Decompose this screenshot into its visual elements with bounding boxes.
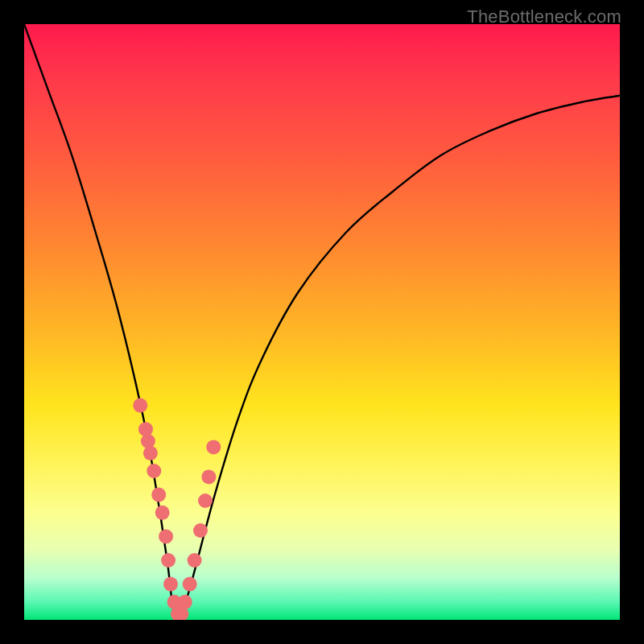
plot-area	[24, 24, 620, 620]
marker-dot	[161, 553, 175, 568]
marker-dot	[163, 577, 178, 592]
marker-dot	[143, 446, 158, 460]
marker-dot	[206, 440, 221, 454]
marker-dot	[141, 434, 155, 448]
marker-dot	[201, 469, 216, 484]
marker-dot	[133, 398, 147, 413]
marker-dot	[155, 506, 170, 520]
marker-dot	[151, 488, 166, 502]
marker-dot	[193, 523, 208, 538]
bottleneck-curve	[24, 24, 620, 620]
marker-dot	[178, 595, 192, 609]
highlighted-points	[133, 398, 221, 620]
curve-svg	[24, 24, 620, 620]
marker-dot	[147, 464, 161, 478]
marker-dot	[159, 529, 173, 543]
marker-dot	[198, 493, 213, 508]
chart-frame: TheBottleneck.com	[0, 0, 644, 644]
marker-dot	[188, 553, 202, 568]
marker-dot	[183, 577, 197, 592]
